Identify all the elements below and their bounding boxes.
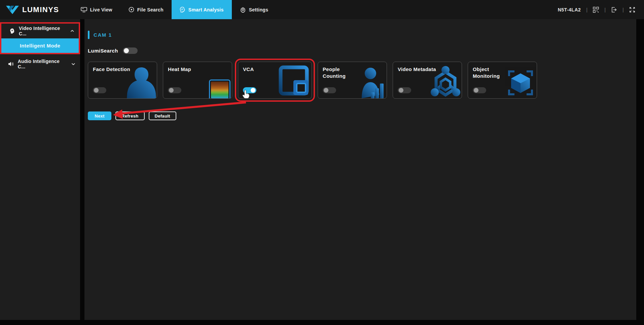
- lumisearch-label: LumiSearch: [88, 48, 118, 54]
- gear-icon: [240, 7, 246, 13]
- sidebar-item-label: Intelligent Mode: [20, 43, 61, 48]
- toggle-knob: [124, 48, 129, 53]
- people-counting-toggle[interactable]: [323, 87, 336, 93]
- analysis-cards: Face Detection Heat Map VCA: [88, 62, 636, 99]
- sidebar-item-intelligent-mode[interactable]: Intelligent Mode: [1, 38, 79, 53]
- play-circle-icon: [129, 7, 134, 12]
- card-people-counting[interactable]: People Counting: [318, 62, 387, 99]
- panel-divider: [80, 19, 84, 325]
- luminys-logo-icon: [6, 5, 19, 14]
- nav-live-view[interactable]: Live View: [73, 0, 120, 19]
- default-button[interactable]: Default: [149, 111, 176, 120]
- brand-name: LUMINYS: [22, 5, 59, 14]
- monitor-icon: [81, 7, 87, 12]
- face-detection-toggle[interactable]: [93, 87, 106, 93]
- lumisearch-toggle[interactable]: [123, 47, 138, 54]
- card-title: VCA: [243, 66, 283, 73]
- refresh-button[interactable]: Refresh: [115, 111, 145, 120]
- card-title: Video Metadata: [398, 66, 438, 73]
- heatmap-icon: [209, 79, 230, 99]
- separator: |: [604, 7, 606, 12]
- lumisearch-row: LumiSearch: [88, 47, 636, 54]
- accent-bar: [88, 31, 90, 39]
- nav-smart-analysis[interactable]: Smart Analysis: [172, 0, 232, 19]
- card-title: People Counting: [323, 66, 363, 79]
- toggle-knob: [251, 88, 255, 93]
- separator: |: [622, 7, 624, 12]
- card-title: Face Detection: [93, 66, 133, 73]
- sidebar-item-video-intelligence[interactable]: Video Intelligence C...: [1, 24, 79, 38]
- separator: |: [586, 7, 587, 12]
- toggle-knob: [399, 88, 403, 93]
- nav-label: File Search: [137, 7, 164, 12]
- card-video-metadata[interactable]: Video Metadata: [393, 62, 462, 99]
- nav-label: Live View: [90, 7, 112, 12]
- heat-map-toggle[interactable]: [168, 87, 181, 93]
- logout-icon[interactable]: [611, 7, 617, 13]
- card-title: Object Monitoring: [473, 66, 513, 79]
- top-bar: LUMINYS Live View File Search Smart: [0, 0, 644, 19]
- chevron-up-icon: [70, 30, 74, 32]
- qr-code-icon[interactable]: [593, 7, 599, 13]
- brand: LUMINYS: [0, 0, 73, 19]
- vca-toggle[interactable]: [243, 87, 256, 93]
- card-vca[interactable]: VCA: [238, 62, 312, 99]
- device-id: N5T-4LA2: [558, 7, 581, 12]
- sidebar: Video Intelligence C... Intelligent Mode…: [0, 19, 80, 320]
- toggle-knob: [94, 88, 99, 93]
- toggle-knob: [324, 88, 328, 93]
- nav-file-search[interactable]: File Search: [120, 0, 172, 19]
- speaker-icon: [8, 61, 14, 67]
- sidebar-item-label: Audio Intelligence C...: [18, 59, 68, 69]
- sidebar-item-label: Video Intelligence C...: [19, 26, 67, 36]
- nav-label: Smart Analysis: [188, 7, 224, 12]
- fullscreen-icon[interactable]: [629, 7, 635, 13]
- toggle-knob: [474, 88, 478, 93]
- main-panel: CAM 1 LumiSearch Face Detection Heat Map: [84, 19, 636, 320]
- top-nav: Live View File Search Smart Analysis Set…: [73, 0, 277, 19]
- next-button[interactable]: Next: [88, 111, 111, 120]
- object-monitoring-toggle[interactable]: [473, 87, 486, 93]
- annotation-red-box-sidebar: Video Intelligence C... Intelligent Mode: [0, 22, 80, 54]
- action-buttons: Next Refresh Default: [88, 111, 636, 120]
- camera-header: CAM 1: [88, 30, 636, 39]
- card-face-detection[interactable]: Face Detection: [88, 62, 157, 99]
- toggle-knob: [169, 88, 174, 93]
- card-title: Heat Map: [168, 66, 208, 73]
- nav-settings[interactable]: Settings: [232, 0, 277, 19]
- video-metadata-toggle[interactable]: [398, 87, 411, 93]
- card-object-monitoring[interactable]: Object Monitoring: [468, 62, 537, 99]
- camera-title: CAM 1: [94, 32, 112, 38]
- sidebar-item-audio-intelligence[interactable]: Audio Intelligence C...: [0, 58, 80, 70]
- head-chip-icon: [9, 28, 15, 34]
- analysis-icon: [180, 7, 185, 13]
- topbar-right: N5T-4LA2 | | |: [558, 0, 644, 19]
- layout: Video Intelligence C... Intelligent Mode…: [0, 19, 644, 325]
- chevron-down-icon: [71, 63, 75, 65]
- card-heat-map[interactable]: Heat Map: [163, 62, 232, 99]
- nav-label: Settings: [249, 7, 269, 12]
